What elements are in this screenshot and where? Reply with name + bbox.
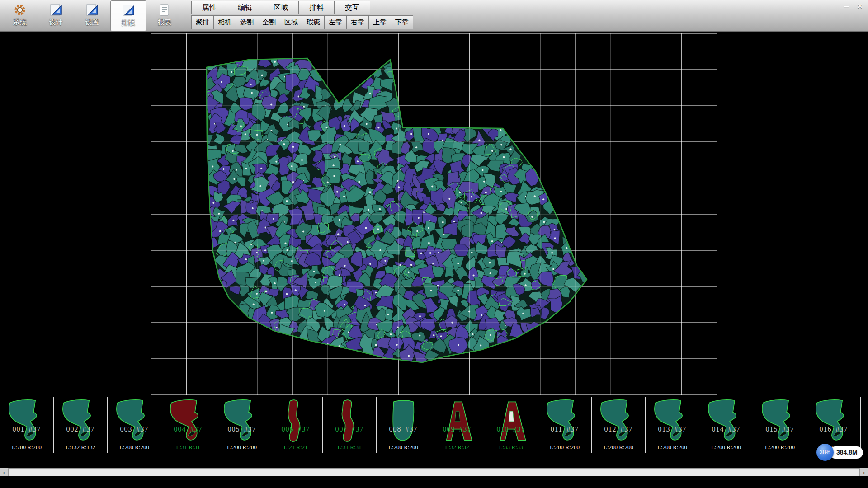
part-thumbnail-014_#37[interactable]: 014_#37L:200 R:200 [699,397,753,453]
part-shape [57,398,105,445]
part-id: 003_#37 [108,425,161,433]
part-id: 005_#37 [215,425,269,433]
part-id: 008_#37 [377,425,430,433]
usage-percent-badge: 38% [816,444,834,461]
part-id: 015_#37 [753,425,807,433]
tool-align-bottom-button[interactable]: 下靠 [391,15,413,29]
part-lr-count: L:200 R:200 [592,444,645,451]
mode-label: 系统 [13,18,27,27]
app-window: 系统设计设置排版报表 属性编辑区域排料交互 聚排相机选割全割区域瑕疵左靠右靠上靠… [0,0,868,488]
part-lr-count: L:200 R:200 [538,444,591,451]
tool-cut-all-button[interactable]: 全割 [258,15,280,29]
menu-area: 属性编辑区域排料交互 聚排相机选割全割区域瑕疵左靠右靠上靠下靠 [192,0,413,31]
tool-camera-button[interactable]: 相机 [213,15,236,29]
part-id: 012_#37 [592,425,645,433]
part-id: 007_#37 [323,425,376,433]
part-id: 004_#37 [161,425,215,433]
part-thumbnail-010_#37[interactable]: 010_#37L:33 R:33 [484,397,538,453]
nesting-icon [122,3,135,18]
tool-cluster-nest-button[interactable]: 聚排 [191,15,214,29]
part-lr-count: L:132 R:132 [54,444,107,451]
tool-defect-button[interactable]: 瑕疵 [302,15,325,29]
mode-settings-button[interactable]: 设置 [74,0,110,31]
part-lr-count: L:200 R:200 [377,444,430,451]
hide-layout [151,33,717,395]
mode-system-button[interactable]: 系统 [2,0,38,31]
mode-label: 排版 [122,19,135,27]
menu-tab-nest[interactable]: 排料 [298,1,335,14]
tool-align-left-button[interactable]: 左靠 [324,15,347,29]
close-button[interactable]: ✕ [857,2,863,10]
nesting-canvas[interactable] [0,32,868,397]
parts-strip: 001_#37L:700 R:700002_#37L:132 R:132003_… [0,397,868,453]
part-shape [648,398,697,445]
tool-cut-selected-button[interactable]: 选割 [236,15,258,29]
part-thumbnail-003_#37[interactable]: 003_#37L:200 R:200 [108,397,161,453]
part-thumbnail-013_#37[interactable]: 013_#37L:200 R:200 [646,397,699,453]
menu-tab-region[interactable]: 区域 [263,1,299,14]
part-lr-count: L:200 R:200 [753,444,807,451]
part-thumbnail-015_#37[interactable]: 015_#37L:200 R:200 [753,397,807,453]
part-id: 009_#37 [430,425,484,433]
memory-value: 384.8M [829,446,863,459]
mode-design-button[interactable]: 设计 [38,0,74,31]
part-thumbnail-009_#37[interactable]: 009_#37L:32 R:32 [430,397,484,453]
part-shape [3,398,51,445]
part-thumbnail-007_#37[interactable]: 007_#37L:31 R:31 [323,397,377,453]
part-id: 014_#37 [699,425,753,433]
tool-align-right-button[interactable]: 右靠 [346,15,369,29]
scrollbar-track[interactable] [8,468,860,476]
tool-align-top-button[interactable]: 上靠 [368,15,391,29]
part-shape [702,398,750,445]
part-lr-count: L:33 R:33 [484,444,538,451]
scroll-right-button[interactable]: › [860,468,868,476]
part-thumbnail-011_#37[interactable]: 011_#37L:200 R:200 [538,397,592,453]
part-lr-count: L:700 R:700 [0,444,53,451]
scroll-left-button[interactable]: ‹ [0,468,8,476]
part-shape [326,398,374,445]
part-thumbnail-002_#37[interactable]: 002_#37L:132 R:132 [54,397,108,453]
part-shape [594,398,643,445]
window-controls: ─ ✕ [844,2,863,10]
menu-tab-interact[interactable]: 交互 [334,1,370,14]
part-thumbnail-001_#37[interactable]: 001_#37L:700 R:700 [0,397,54,453]
scrollbar-thumb[interactable] [8,468,860,476]
main-toolbar: 系统设计设置排版报表 属性编辑区域排料交互 聚排相机选割全割区域瑕疵左靠右靠上靠… [0,0,868,32]
part-id: 011_#37 [538,425,591,433]
menu-tab-edit[interactable]: 编辑 [227,1,263,14]
part-lr-count: L:32 R:32 [430,444,484,451]
mode-report-button[interactable]: 报表 [146,0,183,31]
tool-buttons: 聚排相机选割全割区域瑕疵左靠右靠上靠下靠 [192,15,413,31]
tool-region-button[interactable]: 区域 [280,15,302,29]
part-lr-count: L:31 R:31 [161,444,215,451]
part-id: 010_#37 [484,425,538,433]
part-shape [379,398,428,445]
menu-tabs: 属性编辑区域排料交互 [192,0,413,15]
minimize-button[interactable]: ─ [844,2,849,10]
mode-nesting-button[interactable]: 排版 [110,0,146,31]
part-thumbnail-006_#37[interactable]: 006_#37L:21 R:21 [269,397,323,453]
part-shape [541,398,589,445]
part-shape [272,398,320,445]
memory-status-badge: 38% 384.8M [816,444,863,461]
part-thumbnail-012_#37[interactable]: 012_#37L:200 R:200 [592,397,646,453]
part-lr-count: L:21 R:21 [269,444,322,451]
part-thumbnail-004_#37[interactable]: 004_#37L:31 R:31 [161,397,215,453]
part-shape [433,398,481,445]
part-thumbnail-008_#37[interactable]: 008_#37L:200 R:200 [377,397,430,453]
part-lr-count: L:200 R:200 [108,444,161,451]
part-id: 016_#37 [807,425,860,433]
part-lr-count: L:200 R:200 [215,444,269,451]
part-thumbnail-005_#37[interactable]: 005_#37L:200 R:200 [215,397,269,453]
part-shape [487,398,535,445]
part-id: 013_#37 [646,425,699,433]
menu-tab-properties[interactable]: 属性 [191,1,227,14]
part-shape [110,398,159,445]
mode-label: 报表 [158,18,171,27]
system-icon [13,2,27,18]
report-icon [158,2,171,18]
mode-label: 设置 [85,18,99,27]
part-shape [164,398,212,445]
part-lr-count: L:200 R:200 [646,444,699,451]
part-lr-count: L:200 R:200 [699,444,753,451]
